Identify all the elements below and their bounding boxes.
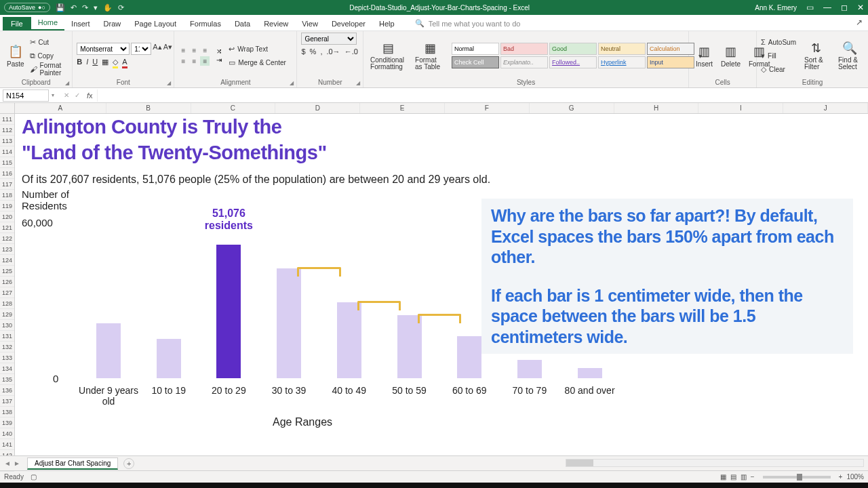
- row-header[interactable]: 133: [0, 352, 14, 363]
- tab-file[interactable]: File: [3, 17, 31, 30]
- insert-cells-button[interactable]: ▥Insert: [693, 43, 715, 69]
- row-header[interactable]: 115: [0, 157, 14, 168]
- namebox-dropdown-icon[interactable]: ▾: [52, 92, 54, 98]
- delete-cells-button[interactable]: ▥Delete: [718, 43, 743, 69]
- new-sheet-button[interactable]: +: [123, 458, 134, 469]
- column-headers[interactable]: ABCDEFGHIJ: [15, 103, 868, 114]
- close-icon[interactable]: ✕: [857, 3, 864, 12]
- zoom-level[interactable]: 100%: [846, 473, 864, 481]
- bar[interactable]: [397, 315, 422, 378]
- find-select-button[interactable]: 🔍Find & Select: [835, 39, 864, 72]
- sheet-tab-active[interactable]: Adjust Bar Chart Spacing: [27, 458, 118, 470]
- font-size-select[interactable]: 11: [131, 43, 151, 55]
- windows-taskbar[interactable]: [0, 483, 868, 488]
- sort-filter-button[interactable]: ⇅Sort & Filter: [802, 39, 830, 72]
- column-header[interactable]: B: [106, 103, 191, 113]
- tab-help[interactable]: Help: [372, 17, 401, 30]
- currency-button[interactable]: $: [301, 47, 305, 56]
- orientation-button[interactable]: ⤭: [216, 47, 222, 55]
- row-header[interactable]: 136: [0, 385, 14, 396]
- worksheet-area[interactable]: ABCDEFGHIJ 11111211311411511611711811912…: [0, 103, 868, 455]
- tab-home[interactable]: Home: [31, 16, 64, 30]
- cancel-icon[interactable]: ✕: [61, 92, 72, 99]
- tab-view[interactable]: View: [295, 17, 325, 30]
- refresh-icon[interactable]: ⟳: [118, 3, 124, 12]
- row-header[interactable]: 120: [0, 211, 14, 222]
- zoom-slider[interactable]: [763, 476, 831, 479]
- bar[interactable]: [457, 336, 481, 378]
- name-box[interactable]: [3, 89, 49, 102]
- comma-button[interactable]: ,: [320, 47, 322, 56]
- decrease-decimal-button[interactable]: ←.0: [344, 47, 358, 56]
- row-header[interactable]: 122: [0, 233, 14, 244]
- conditional-formatting-button[interactable]: ▤Conditional Formatting: [368, 39, 408, 72]
- row-header[interactable]: 134: [0, 363, 14, 374]
- user-name[interactable]: Ann K. Emery: [755, 4, 797, 12]
- dialog-launcher-icon[interactable]: ◢: [65, 80, 69, 86]
- row-header[interactable]: 138: [0, 407, 14, 418]
- tab-draw[interactable]: Draw: [97, 17, 128, 30]
- row-header[interactable]: 132: [0, 342, 14, 352]
- column-header[interactable]: F: [445, 103, 530, 113]
- increase-decimal-button[interactable]: .0→: [326, 47, 340, 56]
- column-header[interactable]: C: [191, 103, 276, 113]
- format-as-table-button[interactable]: ▦Format as Table: [412, 39, 448, 72]
- alignment-grid[interactable]: ≡≡≡≡≡≡: [178, 45, 210, 66]
- row-header[interactable]: 118: [0, 190, 14, 201]
- style-hyperlink[interactable]: Hyperlink: [598, 56, 646, 68]
- tell-me-search[interactable]: 🔍Tell me what you want to do: [415, 16, 521, 30]
- row-header[interactable]: 121: [0, 222, 14, 233]
- zoom-in-icon[interactable]: +: [839, 473, 843, 481]
- column-header[interactable]: I: [698, 103, 783, 113]
- bar[interactable]: [216, 245, 241, 378]
- cell-styles-gallery[interactable]: Normal Bad Good Neutral Calculation Chec…: [452, 43, 694, 68]
- font-color-button[interactable]: A: [122, 58, 127, 68]
- cell-canvas[interactable]: Arlington County is Truly the "Land of t…: [15, 114, 868, 455]
- column-header[interactable]: E: [360, 103, 445, 113]
- row-header[interactable]: 127: [0, 287, 14, 298]
- row-header[interactable]: 126: [0, 277, 14, 287]
- tab-review[interactable]: Review: [257, 17, 295, 30]
- row-header[interactable]: 117: [0, 179, 14, 190]
- style-followed-link[interactable]: Followed..: [549, 56, 597, 68]
- save-icon[interactable]: 💾: [56, 3, 65, 12]
- column-header[interactable]: A: [15, 103, 106, 113]
- bar[interactable]: [96, 323, 121, 378]
- row-header[interactable]: 123: [0, 244, 14, 255]
- row-header[interactable]: 113: [0, 136, 14, 146]
- row-header[interactable]: 141: [0, 439, 14, 450]
- row-header[interactable]: 125: [0, 266, 14, 277]
- column-header[interactable]: H: [614, 103, 699, 113]
- row-header[interactable]: 111: [0, 114, 14, 125]
- row-header[interactable]: 130: [0, 320, 14, 331]
- indent-button[interactable]: ⇥: [216, 56, 222, 64]
- row-header[interactable]: 114: [0, 146, 14, 157]
- autosum-button[interactable]: ΣAutoSum: [761, 36, 796, 48]
- tab-developer[interactable]: Developer: [325, 17, 372, 30]
- redo-icon[interactable]: ↷: [82, 3, 88, 12]
- row-header[interactable]: 131: [0, 331, 14, 342]
- undo-icon[interactable]: ↶: [71, 3, 77, 12]
- underline-button[interactable]: U: [92, 58, 98, 68]
- tab-formulas[interactable]: Formulas: [183, 17, 228, 30]
- tab-insert[interactable]: Insert: [64, 17, 97, 30]
- style-good[interactable]: Good: [549, 43, 597, 55]
- dialog-launcher-icon[interactable]: ◢: [356, 80, 360, 86]
- style-calculation[interactable]: Calculation: [647, 43, 694, 55]
- enter-icon[interactable]: ✓: [72, 92, 83, 99]
- number-format-select[interactable]: General: [301, 33, 357, 45]
- row-header[interactable]: 112: [0, 125, 14, 136]
- touch-icon[interactable]: ✋: [103, 3, 113, 12]
- bar[interactable]: [578, 368, 602, 378]
- row-header[interactable]: 124: [0, 255, 14, 266]
- bar[interactable]: [277, 268, 301, 378]
- normal-view-icon[interactable]: ▦: [720, 473, 726, 481]
- font-name-select[interactable]: Montserrat: [77, 43, 130, 55]
- maximize-icon[interactable]: ◻: [841, 3, 848, 12]
- tab-page-layout[interactable]: Page Layout: [127, 17, 183, 30]
- ribbon-options-icon[interactable]: ▭: [806, 3, 814, 12]
- bar[interactable]: [157, 339, 181, 378]
- autosave-toggle[interactable]: AutoSave●○: [4, 3, 50, 12]
- dialog-launcher-icon[interactable]: ◢: [167, 80, 171, 86]
- column-header[interactable]: J: [783, 103, 868, 113]
